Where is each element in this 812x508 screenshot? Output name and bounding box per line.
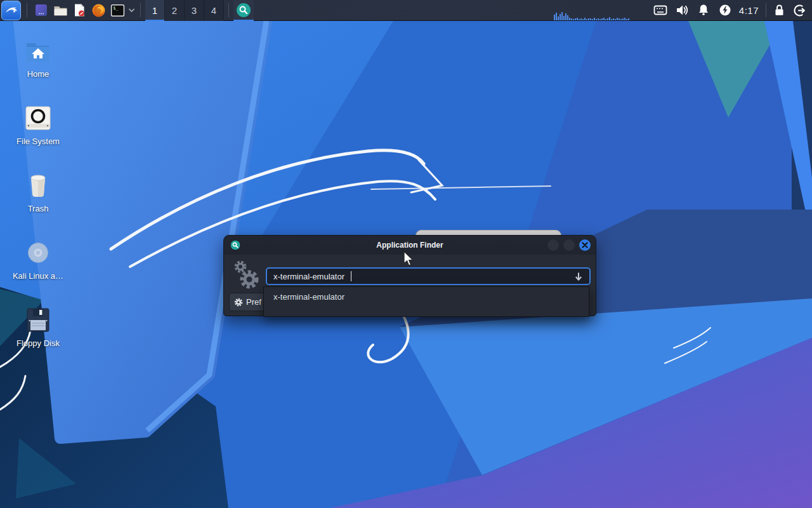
autocomplete-item[interactable]: x-terminal-emulator xyxy=(264,287,589,302)
panel-separator xyxy=(228,3,229,17)
cpu-bar xyxy=(588,18,589,20)
cpu-bar xyxy=(626,19,627,20)
cpu-bar xyxy=(565,13,566,20)
floppy-disk-icon xyxy=(23,305,53,335)
text-caret xyxy=(351,271,351,281)
cpu-bar xyxy=(620,19,622,20)
workspace-number: 1 xyxy=(152,5,157,16)
panel-separator xyxy=(140,3,141,17)
cpu-bar xyxy=(613,18,614,20)
desktop-icon-label: Trash xyxy=(0,204,76,213)
window-search-icon xyxy=(230,240,240,250)
volume-indicator[interactable] xyxy=(674,0,690,21)
cpu-bar xyxy=(609,17,610,20)
desktop-icon-home[interactable]: Home xyxy=(0,36,76,79)
launcher-terminal[interactable]: $_ xyxy=(108,0,127,21)
text-editor-icon xyxy=(72,3,87,18)
firefox-icon xyxy=(91,3,107,18)
lock-screen-button[interactable] xyxy=(771,0,787,21)
home-folder-icon xyxy=(23,36,53,66)
cpu-bar xyxy=(573,19,574,20)
desktop-icon-file-system[interactable]: File System xyxy=(0,103,76,146)
window-app-icon xyxy=(34,3,49,18)
file-manager-icon xyxy=(53,3,69,18)
workspace-button-1[interactable]: 1 xyxy=(145,0,165,21)
hard-drive-icon xyxy=(23,103,53,133)
desktop-icon-label: Floppy Disk xyxy=(0,338,76,348)
gear-icon xyxy=(234,298,243,307)
search-icon xyxy=(236,3,251,18)
window-title: Application Finder xyxy=(376,241,443,250)
cpu-bar xyxy=(561,12,563,20)
cpu-bar xyxy=(601,18,603,20)
cpu-bar xyxy=(567,15,568,20)
desktop-icon-trash[interactable]: Trash xyxy=(0,170,76,213)
cpu-bar xyxy=(598,18,599,20)
workspace-number: 4 xyxy=(211,5,216,16)
panel-clock[interactable]: 4:17 xyxy=(739,5,759,16)
launcher-text-editor[interactable] xyxy=(70,0,89,21)
cpu-bar xyxy=(577,18,578,20)
cpu-bar xyxy=(554,15,555,20)
panel-separator xyxy=(766,3,766,17)
launcher-firefox[interactable] xyxy=(89,0,108,21)
dropdown-arrow-icon[interactable] xyxy=(574,272,583,281)
tasklist-application-finder-button[interactable] xyxy=(233,0,254,21)
terminal-prompt-glyph: $_ xyxy=(113,5,119,10)
close-button[interactable] xyxy=(579,239,591,251)
lock-icon xyxy=(773,4,785,17)
volume-icon xyxy=(675,4,689,17)
cpu-bar xyxy=(622,18,624,20)
cpu-bar xyxy=(603,18,605,20)
cpu-bar xyxy=(560,14,561,20)
cpu-bar xyxy=(582,19,584,20)
workspace-button-2[interactable]: 2 xyxy=(165,0,185,21)
gears-icon xyxy=(230,258,263,294)
cpu-bar xyxy=(599,19,601,20)
panel-separator xyxy=(27,3,27,17)
cpu-bar xyxy=(580,18,582,20)
desktop-icon-floppy[interactable]: Floppy Disk xyxy=(0,305,76,348)
keyboard-icon xyxy=(653,4,667,16)
launcher-file-manager[interactable] xyxy=(51,0,70,21)
cdrom-icon xyxy=(23,237,53,268)
cpu-bar xyxy=(590,18,591,20)
workspace-switcher: 1 2 3 4 xyxy=(145,0,224,21)
close-icon xyxy=(582,242,588,248)
terminal-dropdown-toggle[interactable] xyxy=(127,0,136,21)
workspace-button-4[interactable]: 4 xyxy=(204,0,224,21)
maximize-button[interactable] xyxy=(563,239,575,251)
cpu-bar xyxy=(619,18,620,20)
chevron-down-icon xyxy=(128,8,135,13)
cpu-bar xyxy=(605,19,606,20)
power-manager-indicator[interactable] xyxy=(717,0,733,21)
applications-menu-button[interactable] xyxy=(1,1,21,20)
desktop-icon-label: Kali Linux a… xyxy=(0,271,76,281)
search-input[interactable]: x-terminal-emulator xyxy=(266,267,591,285)
workspace-number: 2 xyxy=(172,5,177,16)
minimize-button[interactable] xyxy=(547,239,559,251)
cpu-bar xyxy=(611,19,612,20)
kali-logo-icon xyxy=(4,3,18,17)
cpu-history-graph[interactable] xyxy=(554,0,640,21)
cpu-bar xyxy=(571,18,572,20)
logout-button[interactable] xyxy=(792,0,807,21)
cpu-bar xyxy=(624,18,625,20)
workspace-button-3[interactable]: 3 xyxy=(185,0,204,21)
top-panel: $_ 1 2 3 4 xyxy=(0,0,812,21)
keyboard-indicator[interactable] xyxy=(653,0,668,21)
cpu-bar xyxy=(586,19,587,20)
power-lightning-icon xyxy=(719,4,731,17)
cpu-bar xyxy=(575,18,576,20)
trash-icon xyxy=(23,170,53,201)
desktop-icon-label: Home xyxy=(0,69,76,79)
preferences-button[interactable]: Pref xyxy=(229,293,267,311)
launcher-window-app[interactable] xyxy=(32,0,51,21)
workspace-number: 3 xyxy=(192,5,197,16)
logout-icon xyxy=(793,4,806,17)
notifications-indicator[interactable] xyxy=(696,0,711,21)
cpu-bar xyxy=(617,18,618,20)
desktop-icon-kali-cd[interactable]: Kali Linux a… xyxy=(0,237,76,281)
cpu-bar xyxy=(579,19,580,20)
cpu-bar xyxy=(584,18,586,20)
